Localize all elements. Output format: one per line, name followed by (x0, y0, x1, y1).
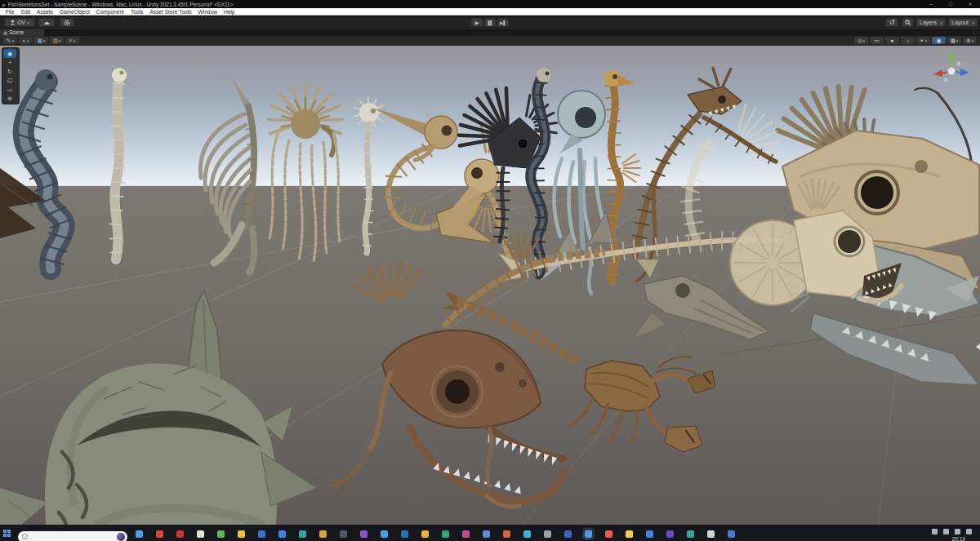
menu-gameobject[interactable]: GameObject (56, 8, 93, 16)
cloud-services-button[interactable]: ☁ (38, 18, 55, 27)
tray-icon[interactable] (932, 529, 938, 534)
scene-viewport[interactable]: ◉+↻◱▭⊕ (0, 46, 980, 525)
view-tool[interactable]: ◉ (3, 49, 16, 58)
taskbar-app-icon[interactable] (707, 530, 715, 538)
overlay-orange-dropdown[interactable]: ▨▾ (50, 37, 64, 44)
step-button[interactable]: ▶▌ (497, 18, 510, 27)
transform-tool[interactable]: ⊕ (3, 94, 16, 103)
render-doodads-dropdown[interactable]: ◎▾ (854, 37, 868, 44)
audio-toggle[interactable]: ♪ (901, 37, 915, 44)
taskbar-app-icon[interactable] (340, 530, 347, 538)
eel-skeleton[interactable] (19, 69, 71, 269)
menu-asset-store-tools[interactable]: Asset Store Tools (146, 8, 194, 16)
start-button[interactable] (3, 530, 11, 537)
taskbar-app-icon[interactable] (381, 530, 388, 538)
rect-tool[interactable]: ▭ (3, 85, 16, 94)
taskbar-app-icon[interactable] (666, 530, 674, 538)
taskbar-search-input[interactable] (18, 531, 127, 541)
menu-tools[interactable]: Tools (127, 8, 146, 16)
pause-button[interactable]: ▌▌ (484, 18, 497, 27)
grid-visibility-dropdown[interactable]: ▦▾ (34, 37, 48, 44)
taskbar-app-icon[interactable] (483, 530, 490, 538)
search-daily-image[interactable] (117, 533, 125, 541)
tab-scene[interactable]: ▦Scene (0, 29, 44, 36)
viewport-edge-marker[interactable] (976, 344, 980, 350)
view-options-dropdown[interactable]: ⊕▾ (963, 37, 977, 44)
ribcage-skeleton[interactable] (200, 78, 254, 273)
jellyfish-skeleton[interactable] (268, 83, 343, 263)
axis-dot[interactable] (944, 78, 948, 82)
taskbar-app-icon[interactable] (646, 530, 653, 538)
menu-edit[interactable]: Edit (18, 8, 33, 16)
taskbar-app-icon[interactable] (176, 530, 184, 538)
account-dropdown[interactable]: OV ▾ (4, 18, 35, 27)
taskbar-app-icon[interactable] (278, 530, 286, 538)
taskbar-app-icon[interactable] (523, 530, 531, 538)
taskbar-app-icon[interactable] (238, 530, 245, 538)
tab-menu-icon[interactable]: ⋮ (971, 29, 977, 35)
taskbar-app-icon[interactable] (503, 530, 510, 538)
taskbar-app-icon[interactable] (626, 530, 633, 538)
taskbar-app-icon[interactable] (197, 530, 204, 538)
scene-canvas[interactable] (0, 46, 980, 525)
taskbar-app-icon[interactable] (605, 530, 612, 538)
menu-component[interactable]: Component (93, 8, 127, 16)
layout-dropdown[interactable]: Layout ▾ (948, 18, 978, 27)
taskbar-app-icon[interactable] (687, 530, 694, 538)
metrics-toggle[interactable]: ▭ (870, 37, 884, 44)
axis-dot[interactable] (957, 62, 961, 66)
taskbar-app-icon[interactable] (421, 530, 429, 538)
x-axis-cone[interactable] (933, 69, 942, 77)
scene-orientation-gizmo[interactable] (929, 49, 973, 93)
close-button[interactable]: × (960, 0, 980, 8)
tray-icon[interactable] (955, 529, 960, 534)
white-spine-skeleton[interactable] (109, 68, 127, 259)
scale-tool[interactable]: ◱ (3, 76, 16, 85)
minimize-button[interactable]: – (921, 0, 941, 8)
z-axis-cone[interactable] (960, 69, 969, 76)
green-fish-tail[interactable] (0, 488, 47, 525)
taskbar-app-icon[interactable] (585, 530, 592, 538)
undo-history-button[interactable]: ↺ (885, 18, 898, 27)
taskbar-app-icon[interactable] (401, 530, 408, 538)
menu-file[interactable]: File (2, 8, 18, 16)
y-axis-cone[interactable] (948, 51, 955, 59)
taskbar-app-icon[interactable] (136, 530, 143, 538)
taskbar-app-icon[interactable] (258, 530, 265, 538)
taskbar-app-icon[interactable] (360, 530, 368, 538)
rotate-tool[interactable]: ↻ (3, 67, 16, 76)
taskbar-app-icon[interactable] (156, 530, 163, 538)
menu-help[interactable]: Help (220, 8, 238, 16)
ghost-skeleton[interactable] (681, 104, 781, 240)
pale-spine-skeleton[interactable] (354, 97, 385, 253)
maximize-button[interactable]: □ (941, 0, 960, 8)
camera-settings-button[interactable]: ▣ (932, 37, 946, 44)
taskbar-app-icon[interactable] (319, 530, 327, 538)
tray-icon[interactable] (966, 529, 972, 534)
shading-mode-dropdown[interactable]: ◐▾ (19, 37, 33, 44)
snap-dropdown[interactable]: ≡▾ (65, 37, 79, 44)
taskbar-clock[interactable]: 20:19 (952, 536, 965, 541)
effects-dropdown[interactable]: ✦▾ (916, 37, 930, 44)
gizmo-center[interactable] (948, 68, 956, 75)
taskbar-app-icon[interactable] (462, 530, 470, 538)
menu-window[interactable]: Window (195, 8, 220, 16)
layers-dropdown[interactable]: Layers ▾ (916, 18, 946, 27)
tray-icon[interactable] (943, 529, 949, 534)
move-tool[interactable]: + (3, 58, 16, 67)
taskbar-app-icon[interactable] (728, 530, 735, 538)
gizmos-dropdown[interactable]: ▦▾ (947, 37, 961, 44)
lighting-toggle[interactable]: ● (885, 37, 899, 44)
settings-button[interactable] (60, 18, 74, 27)
dark-coil-skeleton[interactable] (531, 68, 551, 274)
taskbar-app-icon[interactable] (442, 530, 449, 538)
smooth-fish-statue[interactable] (45, 290, 317, 525)
taskbar-app-icon[interactable] (217, 530, 225, 538)
brown-fish-skeleton[interactable] (330, 233, 604, 507)
taskbar-app-icon[interactable] (544, 530, 551, 538)
menu-assets[interactable]: Assets (33, 8, 56, 16)
draw-mode-dropdown[interactable]: ✎▾ (3, 37, 17, 44)
search-button[interactable] (902, 18, 914, 27)
taskbar-app-icon[interactable] (299, 530, 306, 538)
taskbar-app-icon[interactable] (564, 530, 572, 538)
